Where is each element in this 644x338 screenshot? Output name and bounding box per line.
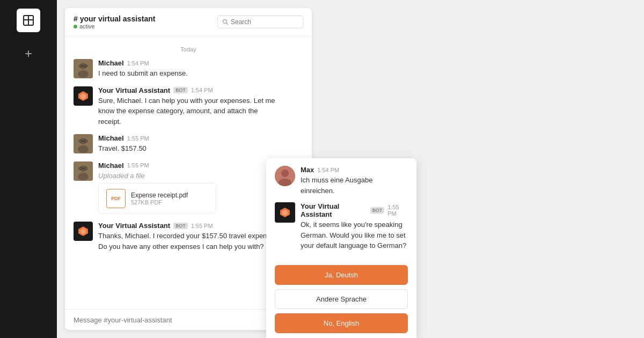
avatar-michael	[74, 134, 93, 153]
avatar-bot	[74, 222, 93, 241]
message-meta: Your Virtual Assistant BOT 1:54 PM	[98, 86, 281, 94]
svg-point-4	[223, 20, 227, 24]
message-row: Your Virtual Assistant BOT 1:54 PM Sure,…	[74, 86, 303, 127]
svg-point-16	[78, 145, 89, 153]
avatar-michael	[74, 59, 93, 78]
message-time: 1:55 PM	[127, 135, 149, 142]
search-icon	[222, 19, 229, 25]
svg-point-29	[281, 170, 289, 177]
message-content: Michael 1:54 PM I need to submit an expe…	[98, 59, 188, 79]
chat-status: active	[74, 23, 156, 30]
message-time: 1:54 PM	[127, 60, 149, 67]
status-text: active	[79, 23, 95, 30]
svg-point-22	[78, 173, 89, 180]
message-time: 1:55 PM	[387, 204, 408, 217]
file-icon: PDF	[106, 189, 126, 208]
sender-name: Your Virtual Assistant	[301, 202, 367, 218]
message-meta: Michael 1:55 PM	[98, 134, 149, 142]
andere-sprache-button[interactable]: Andere Sprache	[275, 289, 408, 309]
message-text: Ich muss eine Ausgabe einreichen.	[301, 175, 408, 196]
avatar-max	[275, 166, 295, 186]
message-text-uploaded: Uploaded a file	[98, 171, 216, 181]
overlay-card: Max 1:54 PM Ich muss eine Ausgabe einrei…	[266, 158, 416, 338]
bot-badge: BOT	[370, 207, 385, 214]
message-time: 1:54 PM	[191, 87, 213, 93]
date-divider: Today	[74, 46, 303, 53]
message-text: Travel. $157.50	[98, 143, 149, 154]
message-meta: Max 1:54 PM	[301, 166, 408, 174]
overlay-messages: Max 1:54 PM Ich muss eine Ausgabe einrei…	[266, 158, 416, 263]
message-row: Michael 1:55 PM Travel. $157.50	[74, 134, 303, 154]
overlay-buttons: Ja, Deutsh Andere Sprache No, English	[266, 263, 416, 333]
bot-badge: BOT	[173, 223, 188, 229]
chat-search[interactable]	[217, 16, 303, 28]
sender-name: Michael	[98, 134, 124, 142]
message-content: Michael 1:55 PM Uploaded a file PDF Expe…	[98, 161, 216, 215]
no-english-button[interactable]: No, English	[275, 313, 408, 333]
sender-name: Max	[301, 166, 314, 174]
file-name: Expense receipt.pdf	[131, 192, 188, 199]
sidebar-logo	[17, 9, 40, 32]
chat-header-left: # your virtual assistant active	[74, 14, 156, 30]
message-row: Michael 1:54 PM I need to submit an expe…	[74, 59, 303, 79]
ja-deutsh-button[interactable]: Ja, Deutsh	[275, 265, 408, 285]
message-meta: Your Virtual Assistant BOT 1:55 PM	[98, 222, 281, 230]
message-text: Sure, Michael. I can help you with your …	[98, 95, 281, 127]
message-meta: Your Virtual Assistant BOT 1:55 PM	[301, 202, 408, 218]
search-input[interactable]	[231, 18, 295, 26]
message-meta: Michael 1:55 PM	[98, 161, 216, 170]
avatar-michael	[74, 161, 93, 181]
file-size: 527KB PDF	[131, 199, 188, 205]
file-attachment: PDF Expense receipt.pdf 527KB PDF	[98, 183, 216, 214]
overlay-message-row: Your Virtual Assistant BOT 1:55 PM Ok, i…	[275, 202, 408, 251]
add-button[interactable]: +	[20, 45, 37, 62]
chat-header: # your virtual assistant active	[65, 8, 312, 36]
sender-name: Michael	[98, 59, 124, 67]
message-time: 1:54 PM	[317, 167, 339, 173]
message-content: Your Virtual Assistant BOT 1:55 PM Ok, i…	[301, 202, 408, 251]
message-time: 1:55 PM	[191, 223, 213, 229]
message-text: I need to submit an expense.	[98, 68, 188, 79]
sidebar: +	[0, 0, 57, 338]
bot-badge: BOT	[173, 87, 188, 93]
svg-line-5	[226, 23, 228, 25]
chat-title: # your virtual assistant	[74, 14, 156, 23]
message-content: Your Virtual Assistant BOT 1:55 PM Thank…	[98, 222, 281, 252]
message-text: Thanks, Michael. I recorded your $157.50…	[98, 231, 281, 252]
message-time: 1:55 PM	[127, 162, 149, 168]
message-content: Michael 1:55 PM Travel. $157.50	[98, 134, 149, 154]
message-text: Ok, it seems like you're speaking German…	[301, 219, 408, 251]
avatar-bot	[74, 86, 93, 106]
overlay-message-row: Max 1:54 PM Ich muss eine Ausgabe einrei…	[275, 166, 408, 196]
message-meta: Michael 1:54 PM	[98, 59, 188, 67]
sender-name: Your Virtual Assistant	[98, 86, 170, 94]
message-content: Your Virtual Assistant BOT 1:54 PM Sure,…	[98, 86, 281, 127]
svg-point-8	[78, 70, 89, 78]
avatar-bot-overlay	[275, 202, 295, 223]
message-content: Max 1:54 PM Ich muss eine Ausgabe einrei…	[301, 166, 408, 196]
file-info: Expense receipt.pdf 527KB PDF	[131, 192, 188, 205]
main-content: # your virtual assistant active Today	[57, 0, 644, 338]
sender-name: Michael	[98, 161, 124, 170]
status-dot	[74, 25, 77, 28]
sender-name: Your Virtual Assistant	[98, 222, 170, 230]
